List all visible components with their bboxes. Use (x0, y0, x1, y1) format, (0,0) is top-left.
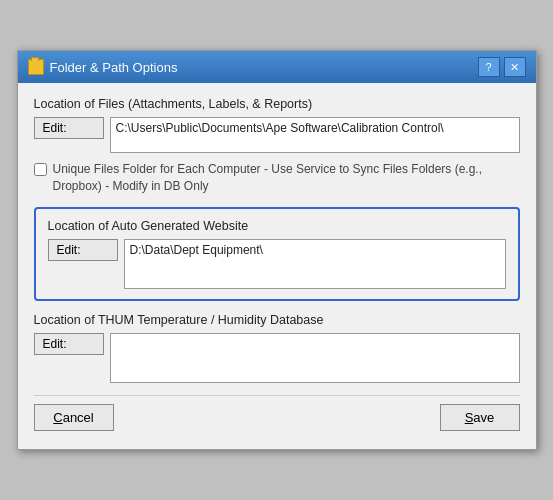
save-underline-char: S (465, 410, 474, 425)
close-button[interactable]: ✕ (504, 57, 526, 77)
website-location-input[interactable] (124, 239, 506, 289)
folder-icon (28, 59, 44, 75)
files-location-label: Location of Files (Attachments, Labels, … (34, 97, 520, 111)
title-buttons: ? ✕ (478, 57, 526, 77)
website-location-row: Edit: (48, 239, 506, 289)
help-button[interactable]: ? (478, 57, 500, 77)
cancel-underline-char: C (53, 410, 62, 425)
files-location-input[interactable] (110, 117, 520, 153)
thum-location-edit-button[interactable]: Edit: (34, 333, 104, 355)
save-button[interactable]: Save (440, 404, 520, 431)
dialog-content: Location of Files (Attachments, Labels, … (18, 83, 536, 449)
unique-folder-checkbox[interactable] (34, 163, 47, 176)
title-bar-left: Folder & Path Options (28, 59, 178, 75)
thum-location-input[interactable] (110, 333, 520, 383)
files-location-edit-button[interactable]: Edit: (34, 117, 104, 139)
button-row: Cancel Save (34, 395, 520, 435)
unique-folder-label: Unique Files Folder for Each Computer - … (53, 161, 520, 195)
save-label: Save (465, 410, 495, 425)
files-location-row: Edit: (34, 117, 520, 153)
cancel-label: Cancel (53, 410, 93, 425)
files-location-section: Location of Files (Attachments, Labels, … (34, 97, 520, 195)
website-location-edit-button[interactable]: Edit: (48, 239, 118, 261)
website-location-section: Location of Auto Generated Website Edit: (34, 207, 520, 301)
unique-folder-row: Unique Files Folder for Each Computer - … (34, 161, 520, 195)
thum-location-section: Location of THUM Temperature / Humidity … (34, 313, 520, 383)
cancel-button[interactable]: Cancel (34, 404, 114, 431)
website-location-label: Location of Auto Generated Website (48, 219, 506, 233)
title-bar: Folder & Path Options ? ✕ (18, 51, 536, 83)
dialog-title: Folder & Path Options (50, 60, 178, 75)
thum-location-row: Edit: (34, 333, 520, 383)
thum-location-label: Location of THUM Temperature / Humidity … (34, 313, 520, 327)
dialog-window: Folder & Path Options ? ✕ Location of Fi… (17, 50, 537, 450)
